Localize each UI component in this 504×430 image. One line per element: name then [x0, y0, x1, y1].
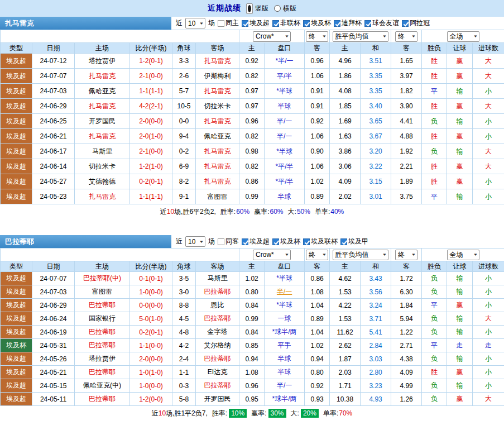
- away-win-odds: 1.89: [391, 174, 422, 189]
- column-header: 胜负: [422, 43, 447, 54]
- goals-result-cell: 大: [473, 54, 504, 69]
- away-win-odds: 5.94: [391, 312, 422, 326]
- near-label: 近: [176, 237, 183, 246]
- result-cell: 胜: [422, 129, 447, 144]
- summary-record: 场,胜1平2负7,: [166, 409, 208, 418]
- same-venue-checkbox[interactable]: 同客: [218, 237, 239, 246]
- competition-checkbox[interactable]: 阿拉冠: [402, 18, 430, 28]
- filter-cell: 胜平负均值▼: [330, 249, 391, 261]
- home-win-odds: 1.86: [330, 69, 361, 84]
- away-team: 扎马雷克: [196, 144, 239, 159]
- layout-radio-vertical[interactable]: 竖版: [246, 3, 268, 14]
- radio-label: 横版: [283, 4, 296, 13]
- bookmaker-select[interactable]: Crow*▼: [253, 31, 291, 42]
- draw-odds: 3.35: [361, 69, 391, 84]
- competition-checkbox[interactable]: 埃及杯: [272, 237, 300, 246]
- same-venue-checkbox[interactable]: 同主: [218, 18, 239, 28]
- handicap-result-cell: 赢: [447, 159, 473, 174]
- handicap-time-select[interactable]: 终▼: [306, 250, 328, 260]
- avg-time-select[interactable]: 终▼: [395, 250, 417, 260]
- games-suffix-label: 场: [208, 18, 215, 28]
- checkbox-icon[interactable]: [303, 238, 310, 245]
- home-win-odds: 1.69: [330, 114, 361, 129]
- avg-time-select[interactable]: 终▼: [395, 31, 417, 42]
- corner-count: 8-2: [172, 174, 196, 189]
- checkbox-icon[interactable]: [272, 20, 279, 27]
- competition-checkbox[interactable]: 埃及杯: [303, 18, 331, 28]
- scope-select[interactable]: 全场▼: [447, 31, 479, 42]
- games-count-select[interactable]: 10▼: [185, 236, 205, 247]
- layout-radio-horizontal[interactable]: 横版: [274, 4, 296, 13]
- checkbox-icon[interactable]: [340, 238, 347, 245]
- match-date: 24-06-25: [32, 114, 75, 129]
- league-type-badge: 埃及超: [1, 144, 32, 159]
- draw-odds: 3.51: [361, 54, 391, 69]
- home-win-odds: 2.02: [330, 189, 361, 204]
- scope-select[interactable]: 全场▼: [447, 250, 479, 260]
- competition-checkbox[interactable]: 埃及超: [242, 237, 270, 246]
- goals-result-cell: 小: [473, 114, 504, 129]
- home-team: 马斯里: [75, 144, 130, 159]
- stat-value: 70%: [339, 409, 352, 417]
- section-header-bar: 巴拉蒂耶近10▼场同客埃及超埃及杯埃及联杯埃及甲: [0, 235, 504, 248]
- competition-checkbox[interactable]: 非联杯: [272, 18, 300, 28]
- handicap-result-cell: 输: [447, 144, 473, 159]
- competition-checkbox[interactable]: 埃及甲: [340, 237, 368, 246]
- column-header: 和: [361, 43, 391, 54]
- checkbox-icon[interactable]: [242, 20, 248, 27]
- matches-table: Crow*▼终▼胜平负均值▼终▼全场▼类型日期主场比分(半场)角球客场主盘口客主…: [0, 30, 504, 204]
- column-header: 主场: [75, 261, 130, 272]
- games-count-select[interactable]: 10▼: [185, 18, 205, 28]
- competition-checkbox[interactable]: 球会友谊: [364, 18, 399, 28]
- corner-count: 3-3: [172, 54, 196, 69]
- filter-cell: 终▼: [305, 30, 330, 43]
- away-win-odds: 3.75: [391, 189, 422, 204]
- match-row: 埃及超24-06-21扎马雷克2-0(1-0)9-4佩哈亚克0.82半/一1.0…: [1, 129, 504, 144]
- checkbox-icon[interactable]: [218, 238, 224, 245]
- away-win-odds: 4.41: [391, 114, 422, 129]
- column-header-row: 类型日期主场比分(半场)角球客场主盘口客主和客胜负让球进球数: [1, 261, 504, 272]
- checkbox-icon[interactable]: [364, 20, 371, 27]
- avg-odds-select[interactable]: 胜平负均值▼: [333, 31, 388, 42]
- home-team: 切拉米卡: [75, 159, 130, 174]
- stat-label: 单率:: [315, 207, 330, 217]
- scope-select-value: 全场: [450, 250, 463, 260]
- draw-odds: 3.43: [361, 272, 391, 285]
- same-venue-checkbox-label: 同主: [225, 18, 239, 28]
- checkbox-icon[interactable]: [272, 238, 279, 245]
- handicap-result-cell: 走: [447, 339, 473, 352]
- checkbox-icon[interactable]: [334, 20, 340, 27]
- competition-checkbox[interactable]: 埃及联杯: [303, 237, 338, 246]
- games-count-select-value: 10: [188, 238, 195, 246]
- checkbox-icon[interactable]: [303, 20, 310, 27]
- bookmaker-select[interactable]: Crow*▼: [253, 250, 291, 260]
- draw-odds: 4.93: [361, 393, 391, 406]
- stat-value: 40%: [330, 208, 344, 216]
- avg-odds-select[interactable]: 胜平负均值▼: [333, 250, 388, 260]
- checkbox-icon[interactable]: [242, 238, 248, 245]
- odds-filter-row: Crow*▼终▼胜平负均值▼终▼全场▼: [1, 30, 504, 43]
- handicap-away-odds: 0.92: [305, 379, 330, 393]
- checkbox-icon[interactable]: [218, 20, 224, 27]
- result-cell: 负: [422, 144, 447, 159]
- handicap-away-odds: 1.04: [305, 326, 330, 339]
- checkbox-icon[interactable]: [402, 20, 409, 27]
- competition-checkbox[interactable]: 迪拜杯: [334, 18, 362, 28]
- handicap-result-cell: 赢: [447, 69, 473, 84]
- handicap-time-select[interactable]: 终▼: [306, 31, 328, 42]
- handicap-away-odds: 1.06: [305, 129, 330, 144]
- goals-result-cell: 小: [473, 272, 504, 285]
- chevron-down-icon: ▼: [199, 240, 204, 243]
- result-cell: 平: [422, 299, 447, 312]
- result-cell: 负: [422, 352, 447, 366]
- draw-odds: 3.20: [361, 144, 391, 159]
- corner-count: 4-8: [172, 326, 196, 339]
- handicap-away-odds: 0.92: [305, 114, 330, 129]
- handicap-home-odds: 0.92: [239, 54, 265, 69]
- draw-odds: 3.15: [361, 174, 391, 189]
- radio-icon[interactable]: [274, 5, 281, 12]
- score: 1-0(0-0): [130, 379, 172, 393]
- avg-odds-select-value: 胜平负均值: [335, 32, 369, 41]
- radio-icon[interactable]: [246, 3, 253, 14]
- competition-checkbox[interactable]: 埃及超: [242, 18, 270, 28]
